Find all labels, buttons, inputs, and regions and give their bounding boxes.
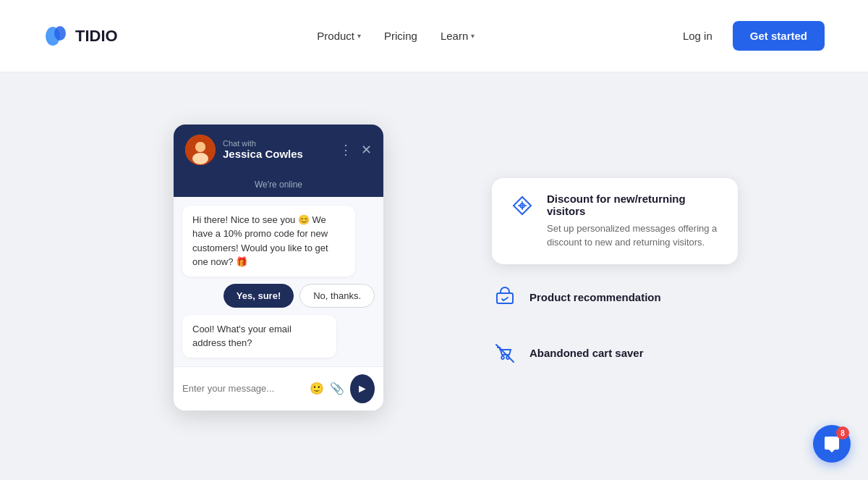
chat-widget: Chat with Jessica Cowles ⋮ ✕ We're onlin… <box>174 125 383 410</box>
discount-icon <box>509 193 535 219</box>
logo[interactable]: TIDIO <box>43 23 118 49</box>
avatar <box>185 135 216 165</box>
chat-demo-area: Chat with Jessica Cowles ⋮ ✕ We're onlin… <box>130 125 434 429</box>
nav-product[interactable]: Product ▾ <box>317 30 361 42</box>
feature-card-discount: Discount for new/returning visitors Set … <box>492 178 738 264</box>
main-nav: Product ▾ Pricing Learn ▾ <box>317 30 475 42</box>
no-button[interactable]: No, thanks. <box>299 284 375 308</box>
chat-header-actions: ⋮ ✕ <box>339 142 372 158</box>
chat-bubble-button[interactable]: 8 <box>813 425 851 463</box>
abandoned-cart-icon <box>492 340 518 366</box>
message-bubble-2: Cool! What's your email address then? <box>182 315 336 358</box>
feature-text-discount: Discount for new/returning visitors Set … <box>547 193 720 250</box>
notification-badge: 8 <box>836 426 849 439</box>
agent-name: Jessica Cowles <box>223 148 303 160</box>
input-icons: 🙂 📎 <box>310 382 344 395</box>
close-icon[interactable]: ✕ <box>361 142 372 158</box>
svg-point-4 <box>192 153 208 164</box>
message-bubble-1: Hi there! Nice to see you 😊 We have a 10… <box>182 206 355 277</box>
header-actions: Log in Get started <box>674 21 825 51</box>
feature-title-product: Product recommendation <box>529 291 661 303</box>
chat-header-left: Chat with Jessica Cowles <box>185 135 303 165</box>
online-status: We're online <box>174 175 383 197</box>
svg-point-8 <box>501 356 504 359</box>
nav-learn[interactable]: Learn ▾ <box>441 30 475 42</box>
svg-point-1 <box>54 26 66 41</box>
yes-button[interactable]: Yes, sure! <box>224 284 294 308</box>
login-button[interactable]: Log in <box>674 24 721 48</box>
svg-line-10 <box>496 345 514 362</box>
chat-header-info: Chat with Jessica Cowles <box>223 139 303 160</box>
tidio-logo-icon <box>43 23 69 49</box>
features-panel: Discount for new/returning visitors Set … <box>492 178 738 375</box>
chat-body: Hi there! Nice to see you 😊 We have a 10… <box>174 197 383 366</box>
header: TIDIO Product ▾ Pricing Learn ▾ Log in G… <box>0 0 868 72</box>
chat-input-area: 🙂 📎 ► <box>174 366 383 410</box>
quick-reply-buttons: Yes, sure! No, thanks. <box>182 284 375 308</box>
feature-title-cart: Abandoned cart saver <box>529 347 644 359</box>
chevron-down-icon: ▾ <box>357 32 361 40</box>
feature-row-product: Product recommendation <box>492 276 738 320</box>
feature-title-discount: Discount for new/returning visitors <box>547 193 720 217</box>
attachment-icon[interactable]: 📎 <box>330 382 344 395</box>
chevron-down-icon: ▾ <box>471 32 475 40</box>
send-icon: ► <box>357 382 368 395</box>
emoji-icon[interactable]: 🙂 <box>310 382 324 395</box>
nav-pricing[interactable]: Pricing <box>384 30 417 42</box>
agent-avatar-img <box>185 135 216 165</box>
message-input[interactable] <box>182 383 304 394</box>
chat-with-label: Chat with <box>223 139 303 148</box>
main-content: Chat with Jessica Cowles ⋮ ✕ We're onlin… <box>0 72 868 480</box>
svg-rect-7 <box>497 293 513 303</box>
svg-point-5 <box>195 142 205 152</box>
feature-row-cart: Abandoned cart saver <box>492 332 738 375</box>
feature-desc-discount: Set up personalized messages offering a … <box>547 222 720 250</box>
logo-text: TIDIO <box>75 27 118 46</box>
chat-widget-header: Chat with Jessica Cowles ⋮ ✕ <box>174 125 383 175</box>
get-started-button[interactable]: Get started <box>733 21 825 51</box>
product-recommendation-icon <box>492 285 518 311</box>
more-options-icon[interactable]: ⋮ <box>339 142 352 158</box>
send-button[interactable]: ► <box>350 374 375 403</box>
